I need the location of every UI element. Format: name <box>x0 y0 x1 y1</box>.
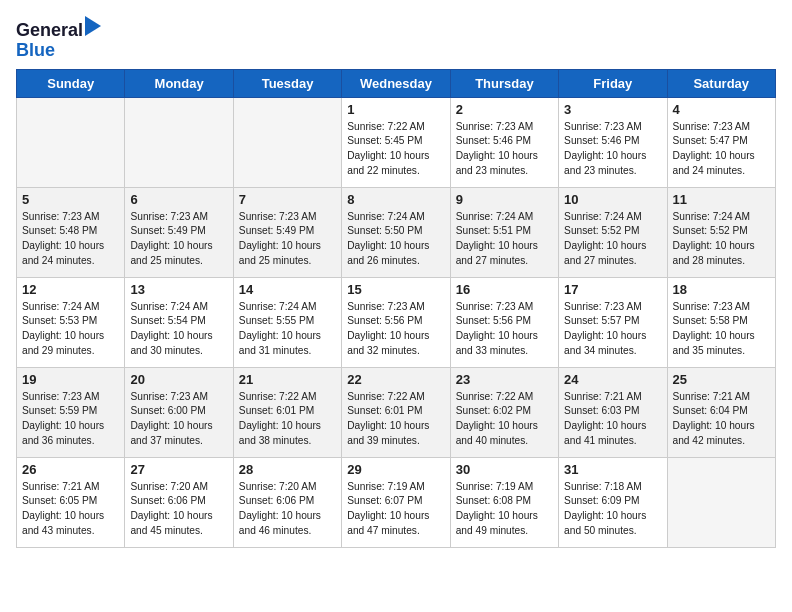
calendar-cell: 16Sunrise: 7:23 AMSunset: 5:56 PMDayligh… <box>450 277 558 367</box>
calendar-cell: 10Sunrise: 7:24 AMSunset: 5:52 PMDayligh… <box>559 187 667 277</box>
cell-details: Sunrise: 7:22 AMSunset: 6:01 PMDaylight:… <box>347 390 444 449</box>
cell-details: Sunrise: 7:24 AMSunset: 5:53 PMDaylight:… <box>22 300 119 359</box>
calendar-cell <box>125 97 233 187</box>
calendar-cell: 1Sunrise: 7:22 AMSunset: 5:45 PMDaylight… <box>342 97 450 187</box>
cell-details: Sunrise: 7:23 AMSunset: 5:46 PMDaylight:… <box>564 120 661 179</box>
cell-details: Sunrise: 7:24 AMSunset: 5:52 PMDaylight:… <box>673 210 770 269</box>
cell-details: Sunrise: 7:21 AMSunset: 6:05 PMDaylight:… <box>22 480 119 539</box>
logo: General Blue <box>16 16 101 61</box>
calendar-cell: 17Sunrise: 7:23 AMSunset: 5:57 PMDayligh… <box>559 277 667 367</box>
day-of-week-header: Sunday <box>17 69 125 97</box>
calendar-cell: 8Sunrise: 7:24 AMSunset: 5:50 PMDaylight… <box>342 187 450 277</box>
calendar-cell: 15Sunrise: 7:23 AMSunset: 5:56 PMDayligh… <box>342 277 450 367</box>
cell-details: Sunrise: 7:23 AMSunset: 5:49 PMDaylight:… <box>239 210 336 269</box>
calendar-cell: 12Sunrise: 7:24 AMSunset: 5:53 PMDayligh… <box>17 277 125 367</box>
day-of-week-header: Friday <box>559 69 667 97</box>
day-number: 28 <box>239 462 336 477</box>
day-number: 24 <box>564 372 661 387</box>
calendar-cell: 11Sunrise: 7:24 AMSunset: 5:52 PMDayligh… <box>667 187 775 277</box>
logo-text: General Blue <box>16 16 101 61</box>
cell-details: Sunrise: 7:23 AMSunset: 5:48 PMDaylight:… <box>22 210 119 269</box>
calendar-week-row: 12Sunrise: 7:24 AMSunset: 5:53 PMDayligh… <box>17 277 776 367</box>
cell-details: Sunrise: 7:23 AMSunset: 5:47 PMDaylight:… <box>673 120 770 179</box>
day-of-week-header: Tuesday <box>233 69 341 97</box>
calendar-cell: 28Sunrise: 7:20 AMSunset: 6:06 PMDayligh… <box>233 457 341 547</box>
day-number: 6 <box>130 192 227 207</box>
calendar-cell: 22Sunrise: 7:22 AMSunset: 6:01 PMDayligh… <box>342 367 450 457</box>
cell-details: Sunrise: 7:23 AMSunset: 5:56 PMDaylight:… <box>347 300 444 359</box>
day-number: 18 <box>673 282 770 297</box>
calendar-cell: 18Sunrise: 7:23 AMSunset: 5:58 PMDayligh… <box>667 277 775 367</box>
calendar-cell: 25Sunrise: 7:21 AMSunset: 6:04 PMDayligh… <box>667 367 775 457</box>
day-of-week-header: Monday <box>125 69 233 97</box>
day-number: 30 <box>456 462 553 477</box>
day-number: 22 <box>347 372 444 387</box>
day-number: 29 <box>347 462 444 477</box>
day-number: 9 <box>456 192 553 207</box>
cell-details: Sunrise: 7:19 AMSunset: 6:08 PMDaylight:… <box>456 480 553 539</box>
cell-details: Sunrise: 7:24 AMSunset: 5:50 PMDaylight:… <box>347 210 444 269</box>
calendar-cell: 13Sunrise: 7:24 AMSunset: 5:54 PMDayligh… <box>125 277 233 367</box>
page-header: General Blue <box>16 16 776 61</box>
cell-details: Sunrise: 7:22 AMSunset: 6:02 PMDaylight:… <box>456 390 553 449</box>
calendar-cell: 7Sunrise: 7:23 AMSunset: 5:49 PMDaylight… <box>233 187 341 277</box>
day-number: 17 <box>564 282 661 297</box>
day-of-week-header: Saturday <box>667 69 775 97</box>
calendar-cell: 9Sunrise: 7:24 AMSunset: 5:51 PMDaylight… <box>450 187 558 277</box>
calendar-body: 1Sunrise: 7:22 AMSunset: 5:45 PMDaylight… <box>17 97 776 547</box>
calendar-cell <box>667 457 775 547</box>
day-number: 3 <box>564 102 661 117</box>
cell-details: Sunrise: 7:24 AMSunset: 5:54 PMDaylight:… <box>130 300 227 359</box>
calendar-cell: 2Sunrise: 7:23 AMSunset: 5:46 PMDaylight… <box>450 97 558 187</box>
day-number: 19 <box>22 372 119 387</box>
calendar-cell: 23Sunrise: 7:22 AMSunset: 6:02 PMDayligh… <box>450 367 558 457</box>
calendar-cell: 20Sunrise: 7:23 AMSunset: 6:00 PMDayligh… <box>125 367 233 457</box>
calendar-cell: 6Sunrise: 7:23 AMSunset: 5:49 PMDaylight… <box>125 187 233 277</box>
cell-details: Sunrise: 7:23 AMSunset: 5:56 PMDaylight:… <box>456 300 553 359</box>
calendar-cell: 5Sunrise: 7:23 AMSunset: 5:48 PMDaylight… <box>17 187 125 277</box>
day-number: 12 <box>22 282 119 297</box>
day-number: 8 <box>347 192 444 207</box>
day-number: 20 <box>130 372 227 387</box>
day-number: 25 <box>673 372 770 387</box>
cell-details: Sunrise: 7:23 AMSunset: 5:46 PMDaylight:… <box>456 120 553 179</box>
day-of-week-header: Thursday <box>450 69 558 97</box>
cell-details: Sunrise: 7:23 AMSunset: 5:57 PMDaylight:… <box>564 300 661 359</box>
calendar-cell: 30Sunrise: 7:19 AMSunset: 6:08 PMDayligh… <box>450 457 558 547</box>
cell-details: Sunrise: 7:22 AMSunset: 6:01 PMDaylight:… <box>239 390 336 449</box>
cell-details: Sunrise: 7:23 AMSunset: 6:00 PMDaylight:… <box>130 390 227 449</box>
day-number: 27 <box>130 462 227 477</box>
day-number: 21 <box>239 372 336 387</box>
day-number: 2 <box>456 102 553 117</box>
calendar-week-row: 1Sunrise: 7:22 AMSunset: 5:45 PMDaylight… <box>17 97 776 187</box>
cell-details: Sunrise: 7:23 AMSunset: 5:58 PMDaylight:… <box>673 300 770 359</box>
calendar-cell: 31Sunrise: 7:18 AMSunset: 6:09 PMDayligh… <box>559 457 667 547</box>
cell-details: Sunrise: 7:24 AMSunset: 5:55 PMDaylight:… <box>239 300 336 359</box>
calendar-cell: 3Sunrise: 7:23 AMSunset: 5:46 PMDaylight… <box>559 97 667 187</box>
calendar-cell: 19Sunrise: 7:23 AMSunset: 5:59 PMDayligh… <box>17 367 125 457</box>
day-number: 1 <box>347 102 444 117</box>
day-number: 11 <box>673 192 770 207</box>
calendar-week-row: 19Sunrise: 7:23 AMSunset: 5:59 PMDayligh… <box>17 367 776 457</box>
cell-details: Sunrise: 7:21 AMSunset: 6:03 PMDaylight:… <box>564 390 661 449</box>
day-number: 23 <box>456 372 553 387</box>
cell-details: Sunrise: 7:23 AMSunset: 5:59 PMDaylight:… <box>22 390 119 449</box>
cell-details: Sunrise: 7:24 AMSunset: 5:52 PMDaylight:… <box>564 210 661 269</box>
cell-details: Sunrise: 7:20 AMSunset: 6:06 PMDaylight:… <box>130 480 227 539</box>
calendar-cell: 26Sunrise: 7:21 AMSunset: 6:05 PMDayligh… <box>17 457 125 547</box>
cell-details: Sunrise: 7:22 AMSunset: 5:45 PMDaylight:… <box>347 120 444 179</box>
calendar-cell: 14Sunrise: 7:24 AMSunset: 5:55 PMDayligh… <box>233 277 341 367</box>
calendar-table: SundayMondayTuesdayWednesdayThursdayFrid… <box>16 69 776 548</box>
day-number: 31 <box>564 462 661 477</box>
cell-details: Sunrise: 7:21 AMSunset: 6:04 PMDaylight:… <box>673 390 770 449</box>
day-number: 26 <box>22 462 119 477</box>
calendar-week-row: 5Sunrise: 7:23 AMSunset: 5:48 PMDaylight… <box>17 187 776 277</box>
cell-details: Sunrise: 7:24 AMSunset: 5:51 PMDaylight:… <box>456 210 553 269</box>
cell-details: Sunrise: 7:20 AMSunset: 6:06 PMDaylight:… <box>239 480 336 539</box>
calendar-cell: 27Sunrise: 7:20 AMSunset: 6:06 PMDayligh… <box>125 457 233 547</box>
day-number: 5 <box>22 192 119 207</box>
calendar-cell <box>233 97 341 187</box>
day-number: 16 <box>456 282 553 297</box>
day-number: 14 <box>239 282 336 297</box>
calendar-cell <box>17 97 125 187</box>
